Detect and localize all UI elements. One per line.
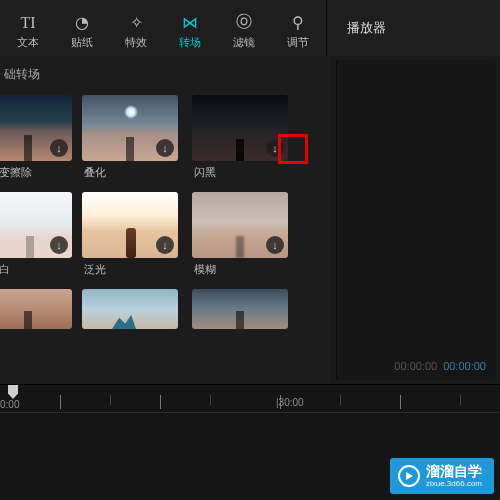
item-label: 闪白 — [0, 262, 72, 277]
transition-item[interactable] — [82, 289, 182, 329]
text-icon: TI — [20, 13, 35, 33]
download-icon[interactable]: ↓ — [156, 139, 174, 157]
item-label: 叠化 — [82, 165, 182, 180]
tick-label: 0:00 — [0, 399, 19, 410]
item-label: 闪黑 — [192, 165, 292, 180]
tab-text[interactable]: TI 文本 — [8, 13, 48, 50]
tick-label: |30:00 — [276, 397, 304, 408]
tab-effect[interactable]: ✧ 特效 — [116, 13, 156, 50]
transition-item[interactable] — [192, 289, 292, 329]
tab-transition[interactable]: ⋈ 转场 — [170, 13, 210, 50]
download-icon[interactable]: ↓ — [156, 236, 174, 254]
tab-label: 文本 — [17, 35, 39, 50]
download-icon[interactable]: ↓ — [266, 236, 284, 254]
tab-label: 特效 — [125, 35, 147, 50]
timecode-current: 00:00:00 — [394, 360, 437, 372]
svg-marker-0 — [406, 472, 413, 480]
item-label: 斩变擦除 — [0, 165, 72, 180]
timeline-ruler[interactable]: 0:00 |30:00 — [0, 385, 500, 413]
tab-label: 贴纸 — [71, 35, 93, 50]
thumbnail-grid: ↓ 斩变擦除 ↓ 叠化 ↓ 闪黑 — [0, 91, 330, 329]
transition-item[interactable]: ↓ 闪白 — [0, 192, 72, 277]
transition-item[interactable]: ↓ 闪黑 — [192, 95, 292, 180]
sticker-icon: ◔ — [75, 13, 89, 33]
tab-label: 滤镜 — [233, 35, 255, 50]
transition-item[interactable]: ↓ 泛光 — [82, 192, 182, 277]
adjust-icon: ⚲ — [292, 13, 304, 33]
transition-item[interactable] — [0, 289, 72, 329]
transition-item[interactable]: ↓ 模糊 — [192, 192, 292, 277]
effect-icon: ✧ — [130, 13, 143, 33]
watermark-url: zixue.3d66.com — [426, 480, 482, 488]
download-icon[interactable]: ↓ — [50, 236, 68, 254]
tab-sticker[interactable]: ◔ 贴纸 — [62, 13, 102, 50]
player-panel: 00:00:00 00:00:00 — [336, 60, 496, 380]
transition-item[interactable]: ↓ 叠化 — [82, 95, 182, 180]
timecode-total: 00:00:00 — [443, 360, 486, 372]
play-icon — [398, 465, 420, 487]
download-icon[interactable]: ↓ — [266, 139, 284, 157]
item-label: 模糊 — [192, 262, 292, 277]
player-panel-title: 播放器 — [326, 0, 500, 56]
topbar: TI 文本 ◔ 贴纸 ✧ 特效 ⋈ 转场 ⓞ 滤镜 ⚲ 调节 播放器 — [0, 0, 500, 56]
watermark-text: 溜溜自学 — [426, 464, 482, 478]
tab-label: 转场 — [179, 35, 201, 50]
tab-filter[interactable]: ⓞ 滤镜 — [224, 13, 264, 50]
watermark: 溜溜自学 zixue.3d66.com — [390, 458, 494, 494]
item-label: 泛光 — [82, 262, 182, 277]
timecodes: 00:00:00 00:00:00 — [394, 360, 486, 372]
download-icon[interactable]: ↓ — [50, 139, 68, 157]
tab-adjust[interactable]: ⚲ 调节 — [278, 13, 318, 50]
transition-item[interactable]: ↓ 斩变擦除 — [0, 95, 72, 180]
top-tabs: TI 文本 ◔ 贴纸 ✧ 特效 ⋈ 转场 ⓞ 滤镜 ⚲ 调节 — [0, 0, 326, 56]
section-title: 础转场 — [0, 56, 330, 91]
transition-icon: ⋈ — [182, 13, 198, 33]
filter-icon: ⓞ — [236, 13, 252, 33]
playhead[interactable] — [8, 385, 18, 399]
main-area: 础转场 ↓ 斩变擦除 ↓ 叠化 — [0, 56, 500, 384]
tab-label: 调节 — [287, 35, 309, 50]
transition-gallery: 础转场 ↓ 斩变擦除 ↓ 叠化 — [0, 56, 330, 384]
